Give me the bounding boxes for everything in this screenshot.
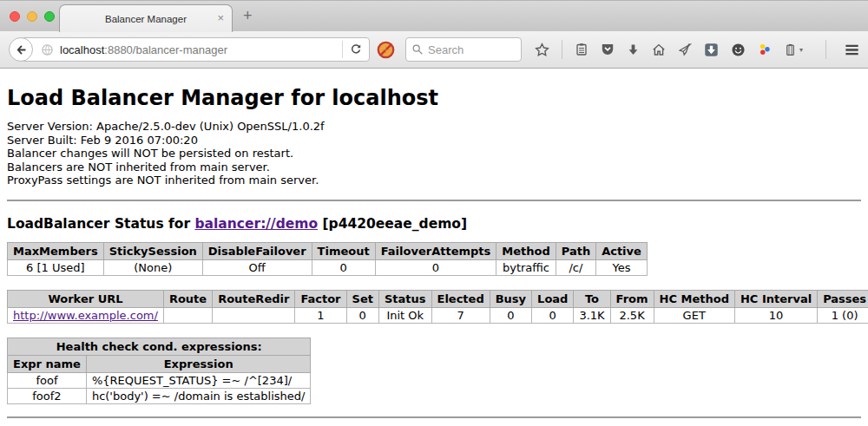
home-icon[interactable] — [652, 43, 666, 56]
column-header: Active — [596, 242, 648, 259]
worker-url-link[interactable]: http://www.example.com/ — [13, 309, 158, 322]
address-bar[interactable]: localhost:8880/balancer-manager — [21, 37, 370, 62]
column-header: Route — [163, 290, 212, 307]
column-header: Expr name — [8, 355, 87, 372]
notice-line: Balancers are NOT inherited from main se… — [7, 161, 861, 174]
send-tab-icon[interactable] — [678, 43, 692, 56]
table-cell: 0 — [346, 307, 378, 323]
status-heading-prefix: LoadBalancer Status for — [7, 216, 194, 232]
chat-smiley-icon[interactable] — [731, 43, 746, 57]
table-cell: 0 — [532, 307, 574, 323]
server-version-line: Server Version: Apache/2.5.0-dev (Unix) … — [7, 120, 861, 134]
column-header: FailoverAttempts — [375, 242, 496, 259]
url-path: :8880/balancer-manager — [104, 43, 227, 56]
health-table-title: Health check cond. expressions: — [8, 338, 311, 355]
new-tab-button[interactable]: + — [243, 7, 253, 25]
tab-title: Balancer Manager — [105, 14, 187, 24]
table-cell: Init Ok — [378, 307, 431, 323]
table-cell: http://www.example.com/ — [8, 307, 164, 323]
loadbalancer-status-heading: LoadBalancer Status for balancer://demo … — [7, 216, 861, 232]
notice-line: ProxyPass settings are NOT inherited fro… — [7, 174, 861, 187]
bookmark-star-icon[interactable] — [535, 43, 549, 57]
table-row: 6 [1 Used](None)Off00bytraffic/c/Yes — [8, 259, 648, 275]
browser-toolbar: localhost:8880/balancer-manager — [0, 31, 868, 69]
table-cell: 6 [1 Used] — [8, 259, 104, 275]
column-header: Set — [346, 290, 378, 307]
table-cell: %{REQUEST_STATUS} =~ /^[234]/ — [86, 372, 311, 388]
column-header: Status — [378, 290, 431, 307]
divider — [7, 416, 861, 418]
window-minimize-button[interactable] — [27, 11, 37, 22]
column-header: Busy — [490, 290, 531, 307]
column-header: Passes — [818, 290, 868, 307]
search-icon — [411, 43, 424, 56]
balancer-settings-table: MaxMembersStickySessionDisableFailoverTi… — [7, 242, 648, 276]
table-cell — [213, 307, 295, 323]
tab-close-icon[interactable]: × — [217, 12, 224, 24]
browser-titlebar: Balancer Manager × + — [0, 0, 868, 31]
table-cell: foof — [8, 372, 87, 388]
window-zoom-button[interactable] — [44, 11, 55, 22]
column-header: HC Method — [654, 290, 734, 307]
column-header: Method — [496, 242, 556, 259]
table-cell: hc('body') =~ /domain is established/ — [86, 388, 311, 403]
search-input[interactable] — [428, 43, 515, 56]
page-title: Load Balancer Manager for localhost — [7, 69, 861, 110]
column-header: DisableFailover — [202, 242, 312, 259]
column-header: HC Interval — [734, 290, 817, 307]
back-button[interactable] — [9, 37, 33, 62]
notice-line: Balancer changes will NOT be persisted o… — [7, 147, 861, 161]
table-cell: /c/ — [556, 259, 595, 275]
health-check-table: Health check cond. expressions: Expr nam… — [7, 338, 311, 404]
url-text[interactable]: localhost:8880/balancer-manager — [60, 43, 342, 56]
chevron-down-icon: ▾ — [799, 46, 803, 54]
table-cell: bytraffic — [496, 259, 556, 275]
column-header: Factor — [295, 290, 346, 307]
window-controls — [10, 11, 55, 22]
table-row: http://www.example.com/10Init Ok7003.1K2… — [8, 307, 868, 323]
table-cell: 0 — [490, 307, 531, 323]
table-cell: 7 — [431, 307, 490, 323]
search-bar[interactable] — [405, 37, 522, 62]
container-menu-button[interactable]: ▾ — [784, 43, 803, 56]
column-header: Worker URL — [8, 290, 164, 307]
column-header: Load — [532, 290, 574, 307]
table-cell: (None) — [103, 259, 202, 275]
save-to-drive-icon[interactable] — [704, 43, 719, 57]
column-header: From — [610, 290, 654, 307]
table-cell: GET — [654, 307, 734, 323]
toolbar-divider — [825, 40, 826, 59]
status-heading-suffix: [p4420eeae_demo] — [318, 216, 467, 232]
page-content: Load Balancer Manager for localhost Serv… — [0, 69, 868, 426]
reading-list-icon[interactable] — [575, 43, 589, 56]
table-cell: 0 — [312, 259, 375, 275]
table-cell: 10 — [734, 307, 817, 323]
column-header: Timeout — [312, 242, 375, 259]
toolbar-divider — [562, 40, 562, 59]
table-cell: 1 — [295, 307, 346, 323]
column-header: To — [574, 290, 610, 307]
back-arrow-icon — [15, 43, 28, 56]
table-cell: 2.5K — [610, 307, 654, 323]
window-close-button[interactable] — [10, 11, 20, 22]
browser-tab[interactable]: Balancer Manager × — [59, 4, 233, 32]
table-cell — [163, 307, 212, 323]
column-header: MaxMembers — [8, 242, 104, 259]
container-icon — [784, 43, 797, 56]
reload-icon — [350, 43, 362, 56]
column-header: Expression — [86, 355, 311, 372]
toolbar-icons: ▾ — [535, 40, 868, 59]
balancer-link[interactable]: balancer://demo — [194, 216, 318, 232]
color-dots-icon[interactable] — [758, 43, 772, 56]
column-header: Elected — [431, 290, 490, 307]
pocket-icon[interactable] — [601, 43, 615, 56]
downloads-icon[interactable] — [627, 43, 640, 56]
menu-hamburger-icon[interactable] — [844, 42, 860, 58]
table-cell: foof2 — [8, 388, 87, 403]
url-domain: localhost — [60, 43, 104, 56]
column-header: Path — [556, 242, 595, 259]
column-header: RouteRedir — [213, 290, 295, 307]
content-blocked-icon[interactable] — [377, 41, 395, 59]
table-row: foof2hc('body') =~ /domain is establishe… — [8, 388, 311, 403]
reload-button[interactable] — [343, 38, 369, 61]
